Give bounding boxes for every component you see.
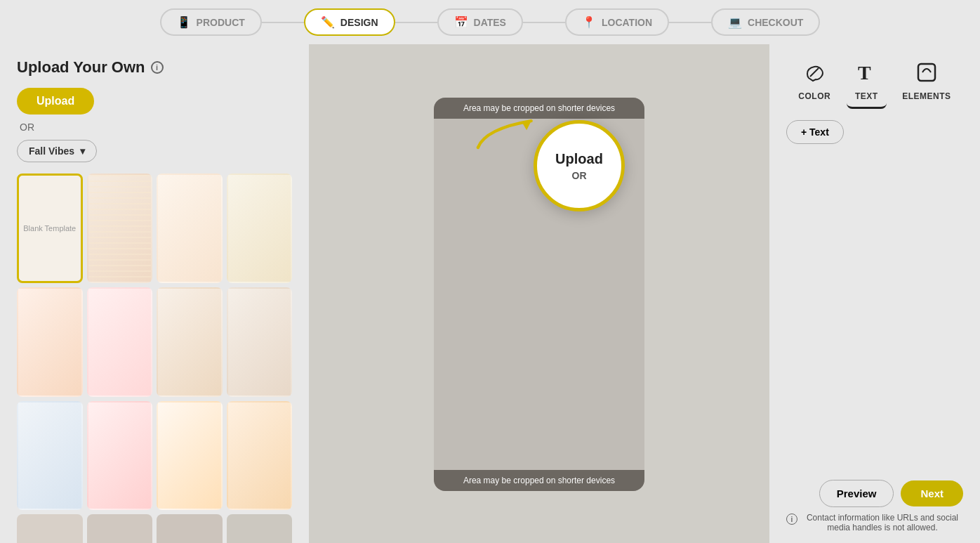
disclaimer-info-icon: i	[786, 513, 797, 525]
tooltip-or-text: OR	[572, 170, 587, 181]
panel-title-text: Upload Your Own	[17, 58, 145, 77]
tooltip-upload-text: Upload	[555, 151, 603, 167]
elements-icon	[915, 61, 938, 89]
blank-template-label: Blank Template	[20, 221, 79, 235]
nav-pill-dates[interactable]: 📅 DATES	[437, 8, 523, 36]
nav-step-product[interactable]: 📱 PRODUCT	[160, 8, 262, 36]
center-canvas: Upload OR Area may be cropped on shorter…	[309, 44, 769, 543]
bottom-actions: Preview Next i Contact information like …	[786, 480, 963, 532]
svg-line-1	[810, 68, 819, 77]
svg-text:T: T	[858, 62, 871, 84]
product-icon: 📱	[177, 15, 191, 29]
text-tool-label: TEXT	[855, 91, 878, 101]
svg-marker-0	[522, 121, 531, 130]
template-item[interactable]	[157, 174, 223, 283]
next-button[interactable]: Next	[901, 480, 963, 506]
nav-connector-4	[669, 22, 711, 23]
tooltip-circle: Upload OR	[534, 120, 625, 211]
template-item[interactable]	[87, 287, 153, 397]
nav-connector-3	[523, 22, 565, 23]
template-item[interactable]	[227, 174, 293, 283]
color-icon	[803, 61, 826, 89]
nav-pill-checkout[interactable]: 💻 CHECKOUT	[711, 8, 820, 36]
template-item[interactable]	[17, 401, 83, 511]
template-blank[interactable]: Blank Template	[17, 174, 83, 283]
nav-connector-2	[395, 22, 437, 23]
template-item[interactable]	[17, 287, 83, 397]
nav-connector-1	[262, 22, 304, 23]
disclaimer-text: Contact information like URLs and social…	[802, 513, 963, 532]
design-icon: ✏️	[321, 15, 335, 29]
product-label: PRODUCT	[197, 17, 245, 28]
template-item[interactable]	[87, 514, 153, 543]
add-text-button[interactable]: + Text	[786, 120, 844, 144]
nav-step-dates[interactable]: 📅 DATES	[437, 8, 523, 36]
elements-tool-button[interactable]: ELEMENTS	[894, 55, 959, 109]
template-item[interactable]	[227, 401, 293, 511]
dates-label: DATES	[474, 17, 506, 28]
template-item[interactable]	[87, 174, 153, 283]
template-item[interactable]	[157, 401, 223, 511]
location-icon: 📍	[582, 15, 596, 29]
text-tool-button[interactable]: T TEXT	[847, 55, 887, 109]
top-navigation: 📱 PRODUCT ✏️ DESIGN 📅 DATES 📍 LOCATION 💻…	[0, 0, 980, 44]
checkout-label: CHECKOUT	[748, 17, 803, 28]
color-tool-label: COLOR	[798, 91, 830, 101]
nav-pill-product[interactable]: 📱 PRODUCT	[160, 8, 262, 36]
panel-title: Upload Your Own i	[17, 58, 292, 77]
left-panel: Upload Your Own i Upload OR Fall Vibes ▾…	[0, 44, 309, 543]
svg-rect-3	[918, 64, 935, 81]
nav-step-location[interactable]: 📍 LOCATION	[565, 8, 669, 36]
design-tools: COLOR T TEXT ELEMENTS	[786, 55, 963, 109]
right-panel: COLOR T TEXT ELEMENTS	[769, 44, 980, 543]
filter-label: Fall Vibes	[29, 145, 74, 157]
template-item[interactable]	[87, 401, 153, 511]
template-item[interactable]	[227, 514, 293, 543]
upload-button[interactable]: Upload	[17, 88, 94, 115]
checkout-icon: 💻	[728, 15, 742, 29]
color-tool-button[interactable]: COLOR	[790, 55, 839, 109]
chevron-down-icon: ▾	[80, 145, 85, 157]
elements-tool-label: ELEMENTS	[902, 91, 951, 101]
nav-pill-design[interactable]: ✏️ DESIGN	[304, 8, 395, 36]
or-divider: OR	[17, 122, 292, 133]
design-label: DESIGN	[340, 17, 378, 28]
template-item[interactable]	[227, 287, 293, 397]
template-item[interactable]	[157, 514, 223, 543]
nav-pill-location[interactable]: 📍 LOCATION	[565, 8, 669, 36]
nav-step-checkout[interactable]: 💻 CHECKOUT	[711, 8, 820, 36]
template-grid: Blank Template	[17, 174, 292, 543]
info-icon[interactable]: i	[151, 61, 164, 74]
bottom-crop-bar: Area may be cropped on shorter devices	[434, 470, 644, 491]
location-label: LOCATION	[602, 17, 652, 28]
upload-tooltip: Upload OR	[534, 120, 625, 211]
nav-step-design[interactable]: ✏️ DESIGN	[304, 8, 395, 36]
filter-dropdown[interactable]: Fall Vibes ▾	[17, 140, 97, 162]
dates-icon: 📅	[454, 15, 468, 29]
text-icon: T	[855, 61, 878, 89]
main-content: Upload Your Own i Upload OR Fall Vibes ▾…	[0, 44, 980, 543]
disclaimer: i Contact information like URLs and soci…	[786, 513, 963, 532]
preview-button[interactable]: Preview	[819, 480, 894, 507]
action-row: Preview Next	[786, 480, 963, 507]
template-item[interactable]	[17, 514, 83, 543]
template-item[interactable]	[157, 287, 223, 397]
